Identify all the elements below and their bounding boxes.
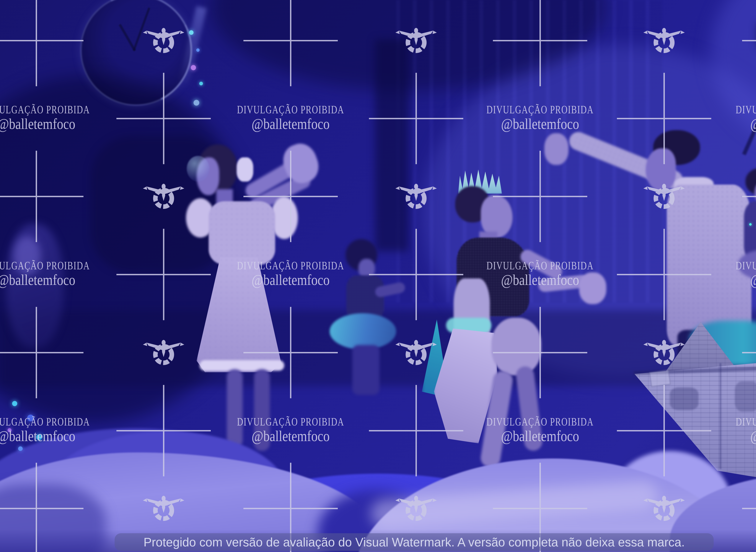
trial-banner-text: Protegido com versão de avaliação do Vis… <box>144 533 685 551</box>
boat-print-smudge-2 <box>735 381 756 412</box>
bubble-sparkle <box>199 82 203 85</box>
center-leotard-hip <box>492 318 541 375</box>
girl-skirt-hem-highlight <box>200 360 284 371</box>
watermarked-stage-photo: DIVULGAÇÃO PROIBIDA@balletemfocoDIVULGAÇ… <box>0 0 756 552</box>
boy-hand-open <box>544 133 569 165</box>
girl-hands-clasped <box>278 139 323 188</box>
trial-watermark-banner: Protegido com versão de avaliação do Vis… <box>115 533 714 551</box>
girl-leg-back <box>254 369 270 451</box>
child-legs <box>352 345 380 395</box>
boat-crease <box>720 363 721 469</box>
watermark-line1: DIVULGAÇÃO PROIBIDA <box>237 103 344 116</box>
bokeh-dot <box>18 446 23 451</box>
watermark-line2: @balletemfoco <box>237 427 344 444</box>
girl-bodice <box>209 201 275 265</box>
led-dot <box>749 223 752 226</box>
watermark-text-block: DIVULGAÇÃO PROIBIDA@balletemfoco <box>237 105 344 131</box>
dancer-far-left-highlight <box>14 236 41 275</box>
watermark-line1: DIVULGAÇÃO PROIBIDA <box>237 415 344 428</box>
bubble-translucent <box>187 156 209 181</box>
boy-face-profile <box>645 148 676 191</box>
bubble-sparkle <box>189 30 194 35</box>
bokeh-dot <box>36 434 42 440</box>
boat-print-label-2 <box>649 369 671 387</box>
bokeh-dot <box>8 428 11 432</box>
crosshair-vertical <box>36 0 37 86</box>
center-hands <box>579 272 606 304</box>
bubble-sparkle <box>194 100 199 106</box>
boat-print-smudge-1 <box>670 387 699 410</box>
bubble-sparkle <box>196 48 200 52</box>
watermark-line2: @balletemfoco <box>237 115 344 132</box>
crosshair-horizontal <box>0 40 83 41</box>
bokeh-dot <box>12 401 17 406</box>
bubble-sparkle <box>191 65 196 70</box>
watermark-text-block: DIVULGAÇÃO PROIBIDA@balletemfoco <box>237 417 344 443</box>
child-tutu <box>330 313 396 350</box>
girl-hair-bow <box>237 157 253 181</box>
crosshair-vertical <box>415 385 417 476</box>
wardrobe-shadow <box>375 39 408 251</box>
girl-leg-front <box>227 369 243 448</box>
bokeh-dot <box>27 415 34 421</box>
